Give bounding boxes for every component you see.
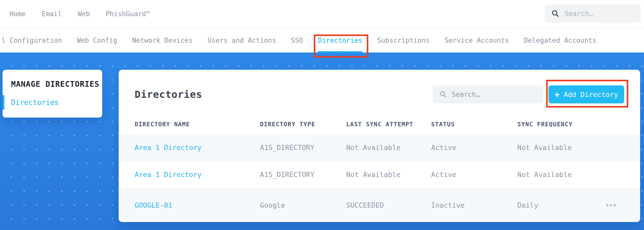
global-search-input[interactable] xyxy=(565,10,632,17)
column-header-status: STATUS xyxy=(431,121,517,128)
row-actions-cell xyxy=(595,201,627,209)
sync-frequency-value: Not Available xyxy=(517,171,595,179)
plus-icon: + xyxy=(555,90,560,99)
status-value: Active xyxy=(431,171,517,179)
directory-name-link[interactable]: Area 1 Directory xyxy=(135,171,260,179)
directories-search-box[interactable] xyxy=(433,85,543,103)
sidebar-item-directories[interactable]: Directories xyxy=(3,95,102,110)
nav-item-web[interactable]: Web xyxy=(78,10,90,18)
add-directory-button[interactable]: + Add Directory xyxy=(549,85,624,103)
tab-web-config[interactable]: Web Config xyxy=(77,37,117,44)
column-header-directory-type: DIRECTORY TYPE xyxy=(260,121,346,128)
last-sync-attempt-value: Not Available xyxy=(346,144,431,152)
directory-type-value: A1S_DIRECTORY xyxy=(260,171,346,179)
directories-search-input[interactable] xyxy=(452,91,534,98)
sync-frequency-value: Not Available xyxy=(517,144,595,152)
tab-users-and-actions[interactable]: Users and Actions xyxy=(207,37,276,44)
status-value: Inactive xyxy=(431,201,517,209)
table-row: Area 1 Directory A1S_DIRECTORY Not Avail… xyxy=(119,161,640,188)
table-row: GOOGLE-01 Google SUCCEEDED Inactive Dail… xyxy=(119,188,640,222)
card-controls: + Add Directory xyxy=(433,85,624,103)
table-body: Area 1 Directory A1S_DIRECTORY Not Avail… xyxy=(119,134,640,222)
manage-directories-panel: MANAGE DIRECTORIES Directories xyxy=(3,70,102,118)
nav-item-phishguard[interactable]: PhishGuard™ xyxy=(106,10,150,18)
tab-network-devices[interactable]: Network Devices xyxy=(132,37,193,44)
column-header-last-sync-attempt: LAST SYNC ATTEMPT xyxy=(346,121,431,128)
table-header-row: DIRECTORY NAME DIRECTORY TYPE LAST SYNC … xyxy=(119,114,640,134)
tab-delegated-accounts[interactable]: Delegated Accounts xyxy=(524,37,596,44)
nav-item-email[interactable]: Email xyxy=(42,10,62,18)
global-search-box[interactable] xyxy=(545,5,641,23)
nav-item-home[interactable]: Home xyxy=(10,10,26,18)
tab-directories[interactable]: Directories xyxy=(318,37,362,44)
directory-name-link[interactable]: GOOGLE-01 xyxy=(135,201,260,209)
column-header-directory-name: DIRECTORY NAME xyxy=(135,121,260,128)
tab-directories-label: Directories xyxy=(318,37,362,44)
primary-nav: Home Email Web PhishGuard™ xyxy=(0,0,644,28)
search-icon xyxy=(439,91,447,98)
page-title: Directories xyxy=(135,89,202,100)
tab-service-accounts[interactable]: Service Accounts xyxy=(445,37,509,44)
tab-sso[interactable]: SSO xyxy=(291,37,303,44)
table-row: Area 1 Directory A1S_DIRECTORY Not Avail… xyxy=(119,134,640,161)
tab-subscriptions[interactable]: Subscriptions xyxy=(377,37,430,44)
last-sync-attempt-value: SUCCEEDED xyxy=(346,201,431,209)
workspace-background: MANAGE DIRECTORIES Directories Directori… xyxy=(0,52,644,230)
sync-frequency-value: Daily xyxy=(517,201,595,209)
add-directory-button-wrap: + Add Directory xyxy=(549,85,624,103)
active-item-bar xyxy=(3,95,4,110)
directory-type-value: Google xyxy=(260,201,346,209)
settings-tabs-nav: l Configuration Web Config Network Devic… xyxy=(0,28,644,52)
directory-type-value: A1S_DIRECTORY xyxy=(260,144,346,152)
sidebar-item-label: Directories xyxy=(11,98,59,107)
tab-email-configuration-clipped[interactable]: l Configuration xyxy=(2,37,62,44)
status-value: Active xyxy=(431,144,517,152)
panel-heading: MANAGE DIRECTORIES xyxy=(11,79,97,89)
column-header-sync-frequency: SYNC FREQUENCY xyxy=(517,121,595,128)
row-menu-icon[interactable] xyxy=(604,201,618,209)
directories-card: Directories + Add Directory xyxy=(119,70,640,222)
directory-name-link[interactable]: Area 1 Directory xyxy=(135,144,260,152)
card-header: Directories + Add Directory xyxy=(119,70,640,104)
add-directory-button-label: Add Directory xyxy=(564,91,618,99)
search-icon xyxy=(551,10,560,18)
last-sync-attempt-value: Not Available xyxy=(346,171,431,179)
